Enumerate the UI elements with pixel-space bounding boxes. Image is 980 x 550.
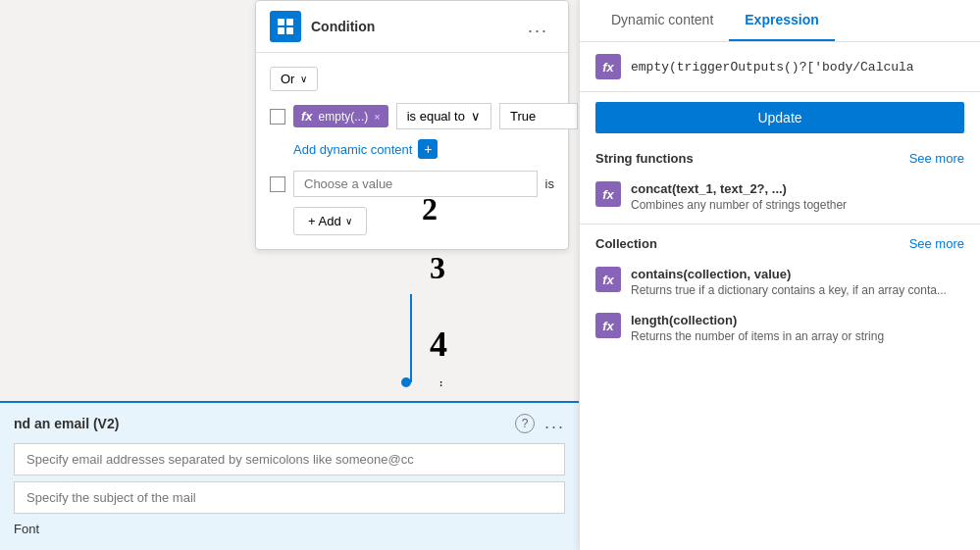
tab-expression[interactable]: Expression xyxy=(729,0,834,41)
add-plus-button[interactable]: + xyxy=(418,139,438,159)
expression-fx-badge: fx xyxy=(595,54,621,79)
collection-see-more[interactable]: See more xyxy=(909,236,964,251)
function-item-contains[interactable]: fx contains(collection, value) Returns t… xyxy=(580,259,980,305)
or-chevron-icon: ∨ xyxy=(300,74,307,84)
is-equal-label: is equal to xyxy=(407,109,465,124)
expression-tag[interactable]: fx empty(...) × xyxy=(293,105,388,127)
add-button[interactable]: + Add ∨ xyxy=(293,207,367,235)
length-name: length(collection) xyxy=(631,313,964,327)
fx-icon: fx xyxy=(301,109,313,124)
svg-rect-3 xyxy=(286,27,293,34)
or-label: Or xyxy=(281,72,294,86)
choose-value-input[interactable] xyxy=(293,171,538,197)
annotation-3: 3 xyxy=(430,250,445,286)
true-value-input[interactable] xyxy=(499,103,578,129)
or-dropdown[interactable]: Or ∨ xyxy=(270,67,318,91)
expression-text: empty(triggerOutputs()?['body/Calcula xyxy=(631,60,964,75)
svg-rect-1 xyxy=(286,19,293,25)
condition-checkbox-2[interactable] xyxy=(270,176,285,192)
connector-dot xyxy=(401,377,411,387)
expression-tag-text: empty(...) xyxy=(319,110,369,124)
divider-1 xyxy=(580,224,980,225)
contains-name: contains(collection, value) xyxy=(631,267,964,281)
condition-row-2: is xyxy=(270,171,554,197)
condition-title: Condition xyxy=(311,19,522,34)
expression-tag-close-icon[interactable]: × xyxy=(374,111,380,123)
is-equal-dropdown[interactable]: is equal to ∨ xyxy=(396,103,491,129)
email-header: nd an email (V2) ? ... xyxy=(0,403,579,443)
annotation-4: 4 xyxy=(430,324,447,365)
concat-info: concat(text_1, text_2?, ...) Combines an… xyxy=(631,181,964,212)
email-card: nd an email (V2) ? ... Font xyxy=(0,401,579,550)
email-body: Font xyxy=(0,443,579,550)
email-to-input[interactable] xyxy=(14,443,565,475)
email-title: nd an email (V2) xyxy=(14,416,505,431)
right-tabs: Dynamic content Expression xyxy=(580,0,980,42)
string-functions-title: String functions xyxy=(595,151,694,166)
contains-info: contains(collection, value) Returns true… xyxy=(631,267,964,297)
font-label: Font xyxy=(14,522,39,536)
connector-line-mid xyxy=(410,294,412,382)
concat-name: concat(text_1, text_2?, ...) xyxy=(631,181,964,196)
concat-desc: Combines any number of strings together xyxy=(631,198,964,212)
condition-body: Or ∨ fx empty(...) × is equal to ∨ ... xyxy=(256,53,568,249)
condition-row-1: fx empty(...) × is equal to ∨ ... xyxy=(270,103,554,129)
function-item-concat[interactable]: fx concat(text_1, text_2?, ...) Combines… xyxy=(580,174,980,220)
collection-header: Collection See more xyxy=(580,228,980,259)
string-functions-header: String functions See more xyxy=(580,143,980,174)
length-info: length(collection) Returns the number of… xyxy=(631,313,964,343)
left-panel: Condition ... Or ∨ fx empty(...) × is eq… xyxy=(0,0,579,550)
condition-header: Condition ... xyxy=(256,1,568,53)
function-item-length[interactable]: fx length(collection) Returns the number… xyxy=(580,305,980,351)
length-fx-badge: fx xyxy=(595,313,621,338)
email-help-icon[interactable]: ? xyxy=(515,414,535,433)
add-dynamic-row: Add dynamic content + xyxy=(293,139,554,159)
is-equal-chevron-icon: ∨ xyxy=(471,109,481,124)
expression-bar: fx empty(triggerOutputs()?['body/Calcula xyxy=(580,42,980,92)
collection-title: Collection xyxy=(595,236,657,251)
email-footer-row: Font xyxy=(14,520,565,536)
annotation-5: : xyxy=(439,377,442,388)
length-desc: Returns the number of items in an array … xyxy=(631,329,964,343)
is-label: is xyxy=(545,176,554,191)
add-button-row: + Add ∨ xyxy=(293,207,554,235)
tab-dynamic-content[interactable]: Dynamic content xyxy=(595,0,729,41)
condition-checkbox-1[interactable] xyxy=(270,109,285,125)
condition-card: Condition ... Or ∨ fx empty(...) × is eq… xyxy=(255,0,569,250)
email-more-options-button[interactable]: ... xyxy=(544,413,565,433)
update-button[interactable]: Update xyxy=(595,102,964,133)
right-panel: Dynamic content Expression fx empty(trig… xyxy=(579,0,980,550)
condition-icon-svg xyxy=(276,17,295,36)
condition-more-options-button[interactable]: ... xyxy=(522,15,554,39)
add-chevron-icon: ∨ xyxy=(345,216,352,226)
svg-rect-2 xyxy=(278,27,284,34)
string-functions-see-more[interactable]: See more xyxy=(909,151,964,166)
condition-icon xyxy=(270,11,301,42)
add-label: + Add xyxy=(308,214,341,228)
concat-fx-badge: fx xyxy=(595,181,621,207)
svg-rect-0 xyxy=(278,19,284,25)
add-dynamic-content-link[interactable]: Add dynamic content xyxy=(293,142,412,157)
email-subject-input[interactable] xyxy=(14,481,565,514)
contains-fx-badge: fx xyxy=(595,267,621,292)
contains-desc: Returns true if a dictionary contains a … xyxy=(631,283,964,297)
